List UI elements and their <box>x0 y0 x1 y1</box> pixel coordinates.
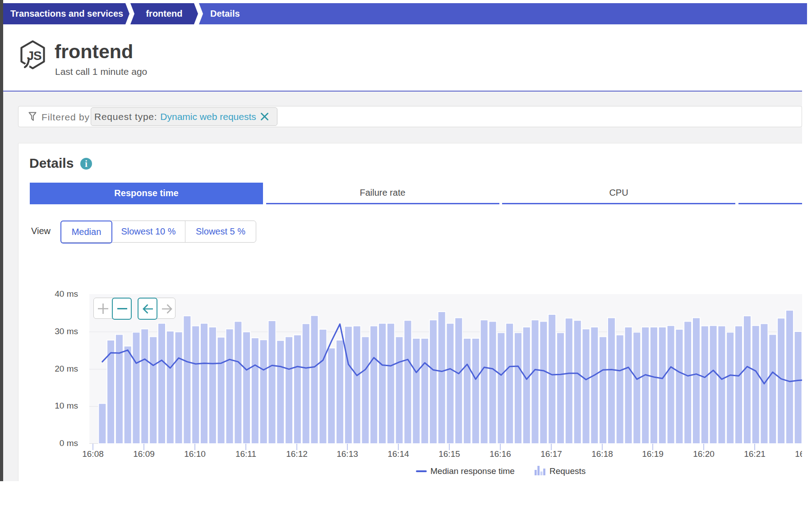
svg-text:JS: JS <box>27 49 42 63</box>
